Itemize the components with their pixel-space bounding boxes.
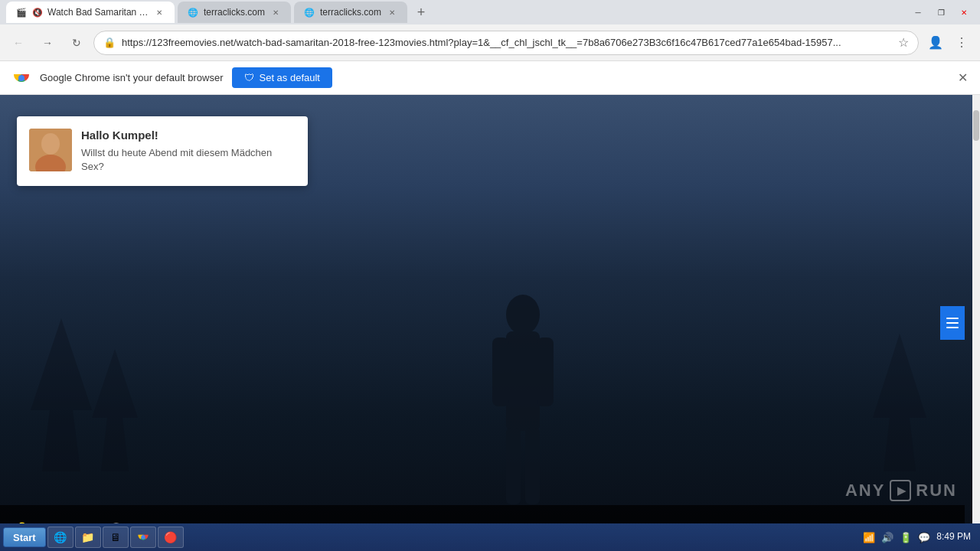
tray-time: 8:49 PM	[936, 531, 971, 543]
title-bar: 🎬 🔇 Watch Bad Samaritan Online Fo ✕ 🌐 te…	[0, 0, 980, 24]
scrollbar-thumb[interactable]	[973, 110, 979, 141]
tab-3-title: terraclicks.com	[320, 7, 381, 18]
url-text: https://123freemovies.net/watch-bad-sama…	[122, 37, 892, 48]
svg-rect-7	[492, 337, 509, 406]
action-center-icon: 💬	[918, 532, 930, 543]
back-button[interactable]: ←	[6, 31, 31, 55]
popup-title: Hallo Kumpel!	[81, 129, 296, 142]
hamburger-line-3	[946, 327, 959, 328]
svg-point-1	[18, 75, 24, 81]
tab-2-title: terraclicks.com	[204, 7, 265, 18]
hamburger-icon	[946, 318, 959, 328]
anyrun-watermark: ANY ▶ RUN	[845, 480, 957, 501]
battery-tray-icon: 🔋	[900, 532, 912, 543]
new-tab-button[interactable]: +	[410, 2, 432, 23]
tab-3-favicon: 🌐	[303, 6, 315, 18]
reload-button[interactable]: ↻	[64, 31, 89, 55]
popup-body: Willst du heute Abend mit diesem Mädchen…	[81, 146, 296, 174]
tab-1-mute-icon[interactable]: 🔇	[32, 8, 43, 18]
chrome-taskbar-icon	[137, 531, 149, 543]
default-browser-banner: Google Chrome isn't your default browser…	[0, 61, 980, 95]
ie-icon: 🌐	[54, 531, 67, 543]
hamburger-line-1	[946, 318, 959, 319]
svg-rect-10	[525, 428, 540, 504]
chrome-logo-icon	[12, 69, 31, 87]
svg-marker-4	[873, 334, 926, 471]
tab-1-title: Watch Bad Samaritan Online Fo	[47, 7, 149, 18]
video-figure	[477, 292, 569, 509]
tab-2[interactable]: 🌐 terraclicks.com ✕	[178, 2, 291, 23]
popup-avatar	[29, 129, 72, 171]
right-sidebar-button[interactable]	[940, 306, 965, 340]
tab-1-favicon: 🎬	[15, 6, 28, 18]
shield-icon: 🛡	[244, 72, 254, 83]
popup-content: Hallo Kumpel! Willst du heute Abend mit …	[81, 129, 296, 174]
tree-mid-left	[92, 349, 138, 474]
tree-right	[873, 334, 926, 474]
toolbar-actions: 👤 ⋮	[923, 31, 974, 55]
svg-rect-8	[537, 337, 554, 406]
lock-icon: 🔒	[103, 37, 116, 48]
taskbar: Start 🌐 📁 🖥 🔴 📶 🔊 🔋 💬 8:49 PM	[0, 523, 980, 551]
svg-rect-6	[506, 331, 540, 431]
tree-left	[31, 318, 92, 474]
popup-notification[interactable]: Hallo Kumpel! Willst du heute Abend mit …	[17, 116, 308, 186]
volume-tray-icon: 🔊	[881, 532, 893, 543]
close-button[interactable]: ✕	[954, 5, 974, 20]
tab-2-close[interactable]: ✕	[270, 6, 282, 18]
taskbar-folder-item[interactable]: 📁	[75, 527, 101, 548]
tab-2-favicon: 🌐	[187, 6, 199, 18]
svg-point-15	[141, 535, 145, 539]
set-default-button[interactable]: 🛡 Set as default	[232, 67, 332, 88]
media-icon: 🖥	[109, 531, 122, 543]
system-tray: 📶 🔊 🔋 💬 8:49 PM	[857, 531, 977, 543]
bookmark-icon[interactable]: ☆	[898, 35, 909, 50]
hamburger-line-2	[946, 322, 959, 324]
browser-window: 🎬 🔇 Watch Bad Samaritan Online Fo ✕ 🌐 te…	[0, 0, 980, 551]
video-wrapper: ANY ▶ RUN	[0, 95, 972, 551]
menu-button[interactable]: ⋮	[949, 31, 974, 55]
minimize-button[interactable]: ─	[908, 5, 928, 20]
video-player[interactable]: ANY ▶ RUN	[0, 95, 972, 551]
tab-1-close[interactable]: ✕	[153, 6, 165, 18]
tab-3[interactable]: 🌐 terraclicks.com ✕	[294, 2, 407, 23]
default-browser-text: Google Chrome isn't your default browser	[40, 72, 223, 83]
tab-1[interactable]: 🎬 🔇 Watch Bad Samaritan Online Fo ✕	[6, 2, 175, 23]
network-tray-icon: 📶	[863, 532, 875, 543]
page-content: ANY ▶ RUN	[0, 95, 980, 551]
popup-avatar-image	[29, 129, 72, 171]
svg-rect-9	[506, 428, 521, 504]
svg-point-12	[41, 133, 60, 155]
svg-point-5	[506, 295, 540, 334]
profile-button[interactable]: 👤	[923, 31, 948, 55]
antivirus-icon: 🔴	[165, 531, 177, 543]
taskbar-media-item[interactable]: 🖥	[103, 527, 129, 548]
anyrun-play-icon: ▶	[890, 480, 911, 501]
svg-marker-3	[92, 349, 138, 471]
taskbar-chrome-item[interactable]	[130, 527, 156, 548]
tab-3-close[interactable]: ✕	[386, 6, 398, 18]
scrollbar[interactable]	[972, 95, 980, 551]
folder-icon: 📁	[82, 531, 94, 543]
taskbar-antivirus-item[interactable]: 🔴	[158, 527, 184, 548]
taskbar-ie-item[interactable]: 🌐	[47, 527, 74, 548]
window-controls: ─ ❐ ✕	[908, 5, 974, 20]
restore-button[interactable]: ❐	[931, 5, 951, 20]
svg-marker-2	[31, 318, 92, 471]
toolbar: ← → ↻ 🔒 https://123freemovies.net/watch-…	[0, 24, 980, 61]
start-button[interactable]: Start	[3, 527, 46, 547]
address-bar[interactable]: 🔒 https://123freemovies.net/watch-bad-sa…	[93, 31, 919, 55]
close-banner-button[interactable]: ✕	[958, 70, 968, 85]
forward-button[interactable]: →	[35, 31, 60, 55]
